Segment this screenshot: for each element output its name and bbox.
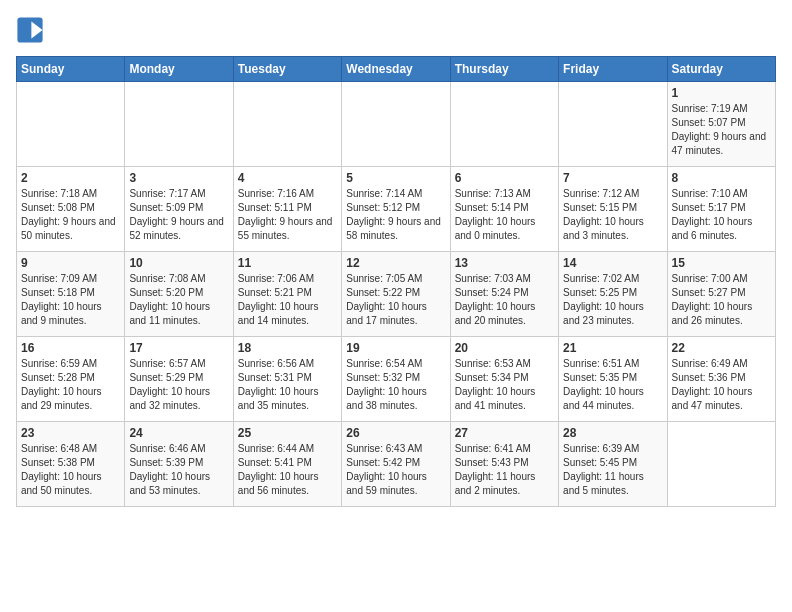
calendar-day-cell: 27Sunrise: 6:41 AM Sunset: 5:43 PM Dayli… bbox=[450, 422, 558, 507]
day-number: 28 bbox=[563, 426, 662, 440]
calendar-day-cell: 16Sunrise: 6:59 AM Sunset: 5:28 PM Dayli… bbox=[17, 337, 125, 422]
day-info: Sunrise: 7:02 AM Sunset: 5:25 PM Dayligh… bbox=[563, 272, 662, 328]
day-info: Sunrise: 6:51 AM Sunset: 5:35 PM Dayligh… bbox=[563, 357, 662, 413]
calendar-day-cell: 8Sunrise: 7:10 AM Sunset: 5:17 PM Daylig… bbox=[667, 167, 775, 252]
day-number: 6 bbox=[455, 171, 554, 185]
day-number: 22 bbox=[672, 341, 771, 355]
calendar-day-cell: 1Sunrise: 7:19 AM Sunset: 5:07 PM Daylig… bbox=[667, 82, 775, 167]
day-of-week-header: Monday bbox=[125, 57, 233, 82]
day-info: Sunrise: 6:46 AM Sunset: 5:39 PM Dayligh… bbox=[129, 442, 228, 498]
day-number: 14 bbox=[563, 256, 662, 270]
calendar-day-cell bbox=[233, 82, 341, 167]
calendar-day-cell: 26Sunrise: 6:43 AM Sunset: 5:42 PM Dayli… bbox=[342, 422, 450, 507]
calendar-day-cell: 17Sunrise: 6:57 AM Sunset: 5:29 PM Dayli… bbox=[125, 337, 233, 422]
day-info: Sunrise: 7:14 AM Sunset: 5:12 PM Dayligh… bbox=[346, 187, 445, 243]
day-of-week-header: Friday bbox=[559, 57, 667, 82]
day-of-week-header: Wednesday bbox=[342, 57, 450, 82]
day-info: Sunrise: 7:13 AM Sunset: 5:14 PM Dayligh… bbox=[455, 187, 554, 243]
calendar-day-cell bbox=[125, 82, 233, 167]
day-of-week-header: Tuesday bbox=[233, 57, 341, 82]
day-info: Sunrise: 6:39 AM Sunset: 5:45 PM Dayligh… bbox=[563, 442, 662, 498]
day-number: 24 bbox=[129, 426, 228, 440]
calendar-day-cell: 14Sunrise: 7:02 AM Sunset: 5:25 PM Dayli… bbox=[559, 252, 667, 337]
calendar-table: SundayMondayTuesdayWednesdayThursdayFrid… bbox=[16, 56, 776, 507]
day-info: Sunrise: 7:09 AM Sunset: 5:18 PM Dayligh… bbox=[21, 272, 120, 328]
calendar-week-row: 23Sunrise: 6:48 AM Sunset: 5:38 PM Dayli… bbox=[17, 422, 776, 507]
day-info: Sunrise: 6:44 AM Sunset: 5:41 PM Dayligh… bbox=[238, 442, 337, 498]
day-number: 2 bbox=[21, 171, 120, 185]
day-number: 10 bbox=[129, 256, 228, 270]
day-info: Sunrise: 6:53 AM Sunset: 5:34 PM Dayligh… bbox=[455, 357, 554, 413]
day-info: Sunrise: 7:05 AM Sunset: 5:22 PM Dayligh… bbox=[346, 272, 445, 328]
day-info: Sunrise: 7:08 AM Sunset: 5:20 PM Dayligh… bbox=[129, 272, 228, 328]
calendar-day-cell: 15Sunrise: 7:00 AM Sunset: 5:27 PM Dayli… bbox=[667, 252, 775, 337]
day-info: Sunrise: 7:06 AM Sunset: 5:21 PM Dayligh… bbox=[238, 272, 337, 328]
calendar-day-cell: 2Sunrise: 7:18 AM Sunset: 5:08 PM Daylig… bbox=[17, 167, 125, 252]
day-number: 18 bbox=[238, 341, 337, 355]
day-number: 7 bbox=[563, 171, 662, 185]
calendar-day-cell bbox=[342, 82, 450, 167]
calendar-day-cell: 28Sunrise: 6:39 AM Sunset: 5:45 PM Dayli… bbox=[559, 422, 667, 507]
day-number: 16 bbox=[21, 341, 120, 355]
logo-icon bbox=[16, 16, 44, 44]
calendar-day-cell: 12Sunrise: 7:05 AM Sunset: 5:22 PM Dayli… bbox=[342, 252, 450, 337]
day-number: 15 bbox=[672, 256, 771, 270]
day-info: Sunrise: 7:00 AM Sunset: 5:27 PM Dayligh… bbox=[672, 272, 771, 328]
calendar-day-cell bbox=[559, 82, 667, 167]
calendar-day-cell: 9Sunrise: 7:09 AM Sunset: 5:18 PM Daylig… bbox=[17, 252, 125, 337]
day-info: Sunrise: 6:59 AM Sunset: 5:28 PM Dayligh… bbox=[21, 357, 120, 413]
calendar-day-cell: 5Sunrise: 7:14 AM Sunset: 5:12 PM Daylig… bbox=[342, 167, 450, 252]
day-info: Sunrise: 6:56 AM Sunset: 5:31 PM Dayligh… bbox=[238, 357, 337, 413]
calendar-day-cell: 18Sunrise: 6:56 AM Sunset: 5:31 PM Dayli… bbox=[233, 337, 341, 422]
calendar-day-cell: 25Sunrise: 6:44 AM Sunset: 5:41 PM Dayli… bbox=[233, 422, 341, 507]
day-info: Sunrise: 7:19 AM Sunset: 5:07 PM Dayligh… bbox=[672, 102, 771, 158]
calendar-day-cell: 6Sunrise: 7:13 AM Sunset: 5:14 PM Daylig… bbox=[450, 167, 558, 252]
day-info: Sunrise: 7:10 AM Sunset: 5:17 PM Dayligh… bbox=[672, 187, 771, 243]
page-header bbox=[16, 16, 776, 44]
calendar-day-cell bbox=[667, 422, 775, 507]
logo bbox=[16, 16, 48, 44]
day-info: Sunrise: 7:17 AM Sunset: 5:09 PM Dayligh… bbox=[129, 187, 228, 243]
day-of-week-header: Sunday bbox=[17, 57, 125, 82]
day-number: 5 bbox=[346, 171, 445, 185]
day-number: 25 bbox=[238, 426, 337, 440]
calendar-day-cell: 20Sunrise: 6:53 AM Sunset: 5:34 PM Dayli… bbox=[450, 337, 558, 422]
calendar-day-cell: 13Sunrise: 7:03 AM Sunset: 5:24 PM Dayli… bbox=[450, 252, 558, 337]
day-number: 3 bbox=[129, 171, 228, 185]
day-number: 12 bbox=[346, 256, 445, 270]
calendar-day-cell: 7Sunrise: 7:12 AM Sunset: 5:15 PM Daylig… bbox=[559, 167, 667, 252]
day-info: Sunrise: 7:18 AM Sunset: 5:08 PM Dayligh… bbox=[21, 187, 120, 243]
day-info: Sunrise: 7:16 AM Sunset: 5:11 PM Dayligh… bbox=[238, 187, 337, 243]
day-number: 21 bbox=[563, 341, 662, 355]
calendar-day-cell bbox=[17, 82, 125, 167]
day-of-week-header: Saturday bbox=[667, 57, 775, 82]
calendar-week-row: 16Sunrise: 6:59 AM Sunset: 5:28 PM Dayli… bbox=[17, 337, 776, 422]
day-info: Sunrise: 6:57 AM Sunset: 5:29 PM Dayligh… bbox=[129, 357, 228, 413]
calendar-day-cell: 10Sunrise: 7:08 AM Sunset: 5:20 PM Dayli… bbox=[125, 252, 233, 337]
calendar-day-cell: 4Sunrise: 7:16 AM Sunset: 5:11 PM Daylig… bbox=[233, 167, 341, 252]
day-info: Sunrise: 6:49 AM Sunset: 5:36 PM Dayligh… bbox=[672, 357, 771, 413]
day-number: 13 bbox=[455, 256, 554, 270]
calendar-day-cell: 11Sunrise: 7:06 AM Sunset: 5:21 PM Dayli… bbox=[233, 252, 341, 337]
calendar-day-cell: 24Sunrise: 6:46 AM Sunset: 5:39 PM Dayli… bbox=[125, 422, 233, 507]
day-number: 1 bbox=[672, 86, 771, 100]
calendar-week-row: 1Sunrise: 7:19 AM Sunset: 5:07 PM Daylig… bbox=[17, 82, 776, 167]
calendar-day-cell: 22Sunrise: 6:49 AM Sunset: 5:36 PM Dayli… bbox=[667, 337, 775, 422]
day-number: 11 bbox=[238, 256, 337, 270]
day-info: Sunrise: 6:41 AM Sunset: 5:43 PM Dayligh… bbox=[455, 442, 554, 498]
day-number: 23 bbox=[21, 426, 120, 440]
day-info: Sunrise: 7:12 AM Sunset: 5:15 PM Dayligh… bbox=[563, 187, 662, 243]
day-number: 8 bbox=[672, 171, 771, 185]
calendar-day-cell: 3Sunrise: 7:17 AM Sunset: 5:09 PM Daylig… bbox=[125, 167, 233, 252]
day-info: Sunrise: 6:43 AM Sunset: 5:42 PM Dayligh… bbox=[346, 442, 445, 498]
day-info: Sunrise: 7:03 AM Sunset: 5:24 PM Dayligh… bbox=[455, 272, 554, 328]
calendar-day-cell bbox=[450, 82, 558, 167]
calendar-day-cell: 21Sunrise: 6:51 AM Sunset: 5:35 PM Dayli… bbox=[559, 337, 667, 422]
day-number: 27 bbox=[455, 426, 554, 440]
calendar-day-cell: 19Sunrise: 6:54 AM Sunset: 5:32 PM Dayli… bbox=[342, 337, 450, 422]
calendar-week-row: 9Sunrise: 7:09 AM Sunset: 5:18 PM Daylig… bbox=[17, 252, 776, 337]
day-number: 19 bbox=[346, 341, 445, 355]
day-number: 9 bbox=[21, 256, 120, 270]
day-number: 17 bbox=[129, 341, 228, 355]
day-number: 4 bbox=[238, 171, 337, 185]
